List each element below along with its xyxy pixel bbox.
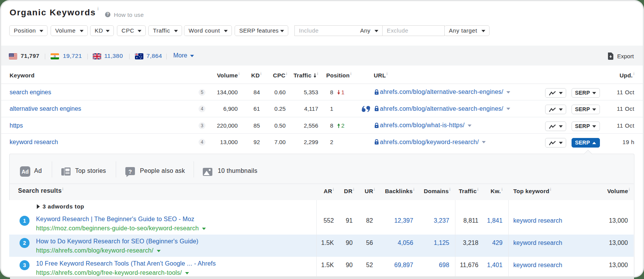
svg-text:?: ? [128,168,132,175]
